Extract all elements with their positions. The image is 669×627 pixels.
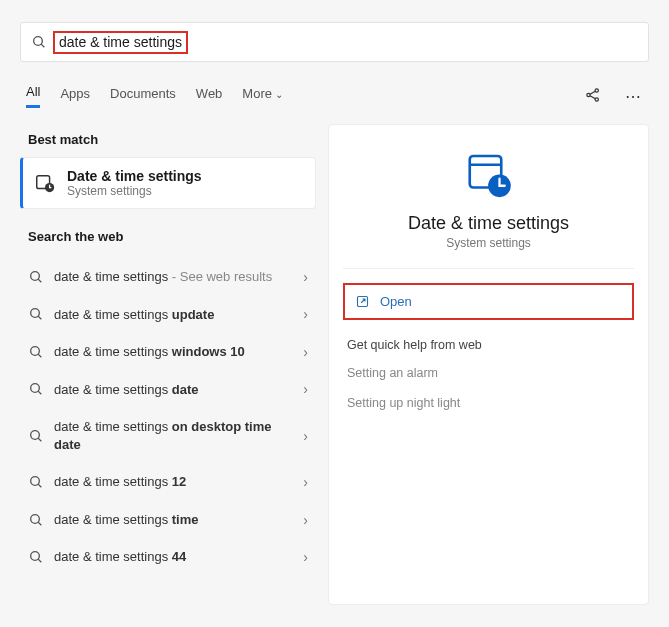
svg-point-15 bbox=[31, 384, 40, 393]
results-column: Best match Date & time settings System s… bbox=[20, 124, 316, 605]
svg-line-10 bbox=[38, 279, 41, 282]
web-result-text: date & time settings 44 bbox=[54, 548, 293, 566]
preview-subtitle: System settings bbox=[446, 236, 531, 250]
share-icon[interactable] bbox=[583, 86, 603, 107]
search-input-value[interactable]: date & time settings bbox=[53, 31, 188, 54]
svg-line-12 bbox=[38, 316, 41, 319]
date-time-icon bbox=[33, 171, 57, 195]
svg-point-3 bbox=[595, 88, 598, 91]
search-icon bbox=[28, 474, 44, 490]
search-icon bbox=[28, 381, 44, 397]
web-result-text: date & time settings update bbox=[54, 306, 293, 324]
web-result[interactable]: date & time settings - See web results› bbox=[20, 258, 316, 296]
quick-help-header: Get quick help from web bbox=[347, 338, 634, 352]
search-icon bbox=[28, 549, 44, 565]
svg-point-11 bbox=[31, 309, 40, 318]
date-time-large-icon bbox=[461, 149, 517, 205]
help-link[interactable]: Setting up night light bbox=[347, 396, 634, 410]
search-bar[interactable]: date & time settings bbox=[20, 22, 649, 62]
tab-apps[interactable]: Apps bbox=[60, 86, 90, 107]
best-match-header: Best match bbox=[20, 124, 316, 157]
open-action[interactable]: Open bbox=[343, 283, 634, 320]
svg-line-5 bbox=[590, 91, 595, 94]
web-results-list: date & time settings - See web results›d… bbox=[20, 258, 316, 576]
svg-line-18 bbox=[38, 438, 41, 441]
help-link[interactable]: Setting an alarm bbox=[347, 366, 634, 380]
svg-line-24 bbox=[38, 559, 41, 562]
web-result-text: date & time settings 12 bbox=[54, 473, 293, 491]
more-options-icon[interactable]: ⋯ bbox=[623, 87, 643, 106]
web-result[interactable]: date & time settings update› bbox=[20, 296, 316, 334]
svg-point-0 bbox=[34, 37, 43, 46]
chevron-right-icon: › bbox=[303, 381, 308, 397]
search-icon bbox=[28, 512, 44, 528]
best-match-result[interactable]: Date & time settings System settings bbox=[20, 157, 316, 209]
web-result-text: date & time settings windows 10 bbox=[54, 343, 293, 361]
tab-documents[interactable]: Documents bbox=[110, 86, 176, 107]
chevron-right-icon: › bbox=[303, 512, 308, 528]
svg-line-1 bbox=[41, 44, 44, 47]
chevron-right-icon: › bbox=[303, 428, 308, 444]
preview-title: Date & time settings bbox=[408, 213, 569, 234]
svg-line-6 bbox=[590, 95, 595, 98]
open-label: Open bbox=[380, 294, 412, 309]
web-result-text: date & time settings time bbox=[54, 511, 293, 529]
tabs-row: All Apps Documents Web More⌄ ⋯ bbox=[20, 84, 649, 118]
chevron-right-icon: › bbox=[303, 269, 308, 285]
svg-point-4 bbox=[595, 97, 598, 100]
svg-point-9 bbox=[31, 271, 40, 280]
tab-all[interactable]: All bbox=[26, 84, 40, 108]
search-icon bbox=[28, 344, 44, 360]
chevron-right-icon: › bbox=[303, 474, 308, 490]
chevron-right-icon: › bbox=[303, 306, 308, 322]
web-result-text: date & time settings on desktop time dat… bbox=[54, 418, 293, 453]
best-match-title: Date & time settings bbox=[67, 168, 202, 184]
search-icon bbox=[31, 34, 47, 50]
preview-pane: Date & time settings System settings Ope… bbox=[328, 124, 649, 605]
svg-point-23 bbox=[31, 552, 40, 561]
web-result[interactable]: date & time settings 12› bbox=[20, 463, 316, 501]
chevron-down-icon: ⌄ bbox=[275, 89, 283, 100]
web-result[interactable]: date & time settings time› bbox=[20, 501, 316, 539]
chevron-right-icon: › bbox=[303, 344, 308, 360]
search-icon bbox=[28, 306, 44, 322]
best-match-subtitle: System settings bbox=[67, 184, 202, 198]
web-result[interactable]: date & time settings on desktop time dat… bbox=[20, 408, 316, 463]
web-result[interactable]: date & time settings date› bbox=[20, 371, 316, 409]
svg-point-2 bbox=[587, 93, 590, 96]
chevron-right-icon: › bbox=[303, 549, 308, 565]
svg-line-16 bbox=[38, 392, 41, 395]
web-result-text: date & time settings - See web results bbox=[54, 268, 293, 286]
svg-point-17 bbox=[31, 430, 40, 439]
svg-line-14 bbox=[38, 354, 41, 357]
svg-line-20 bbox=[38, 484, 41, 487]
tab-more[interactable]: More⌄ bbox=[242, 86, 283, 107]
web-result[interactable]: date & time settings 44› bbox=[20, 538, 316, 576]
search-icon bbox=[28, 269, 44, 285]
web-result[interactable]: date & time settings windows 10› bbox=[20, 333, 316, 371]
web-result-text: date & time settings date bbox=[54, 381, 293, 399]
search-icon bbox=[28, 428, 44, 444]
svg-point-19 bbox=[31, 477, 40, 486]
open-icon bbox=[355, 294, 370, 309]
search-web-header: Search the web bbox=[20, 221, 316, 254]
svg-point-13 bbox=[31, 347, 40, 356]
svg-line-22 bbox=[38, 522, 41, 525]
preview-hero: Date & time settings System settings bbox=[343, 149, 634, 269]
tab-web[interactable]: Web bbox=[196, 86, 223, 107]
svg-point-21 bbox=[31, 514, 40, 523]
